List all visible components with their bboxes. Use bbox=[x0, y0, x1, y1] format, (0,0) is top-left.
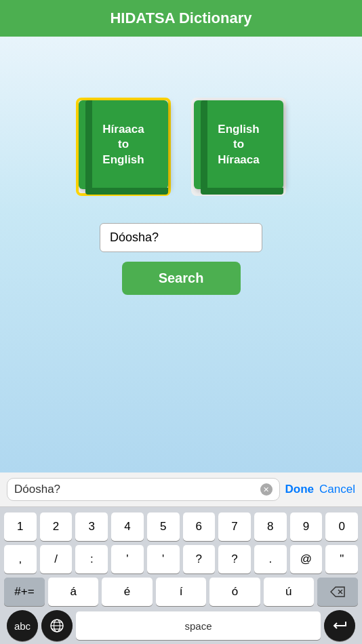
key-3[interactable]: 3 bbox=[75, 512, 108, 541]
search-input[interactable] bbox=[100, 223, 262, 252]
key-6[interactable]: 6 bbox=[183, 512, 216, 541]
search-area: Search bbox=[14, 223, 348, 295]
key-u-accent[interactable]: ú bbox=[264, 578, 314, 606]
key-8[interactable]: 8 bbox=[254, 512, 287, 541]
app-header: HIDATSA Dictionary bbox=[0, 0, 362, 37]
keyboard-row-numbers: 1 2 3 4 5 6 7 8 9 0 bbox=[3, 512, 359, 541]
key-question2[interactable]: ? bbox=[218, 545, 251, 573]
keyboard-row-accents: #+= á é í ó ú bbox=[3, 578, 359, 606]
book-label-2: EnglishtoHíraaca bbox=[212, 122, 264, 167]
key-colon[interactable]: : bbox=[75, 545, 108, 573]
english-to-hiraaca-button[interactable]: EnglishtoHíraaca bbox=[191, 98, 286, 196]
key-abc[interactable]: abc bbox=[7, 610, 38, 641]
key-2[interactable]: 2 bbox=[40, 512, 73, 541]
key-e-accent[interactable]: é bbox=[102, 578, 152, 606]
keyboard-row-bottom: abc space bbox=[3, 610, 359, 641]
key-comma[interactable]: , bbox=[4, 545, 37, 573]
keyboard: 1 2 3 4 5 6 7 8 9 0 , / : ' ' ? ? . @ " … bbox=[0, 507, 362, 644]
cancel-button[interactable]: Cancel bbox=[319, 483, 355, 496]
key-1[interactable]: 1 bbox=[4, 512, 37, 541]
key-special[interactable]: #+= bbox=[4, 578, 45, 606]
search-button[interactable]: Search bbox=[122, 262, 241, 295]
hiraaca-to-english-button[interactable]: HíraacatoEnglish bbox=[76, 98, 171, 196]
key-i-accent[interactable]: í bbox=[156, 578, 206, 606]
key-question1[interactable]: ? bbox=[183, 545, 216, 573]
key-quote[interactable]: " bbox=[325, 545, 358, 573]
return-icon[interactable] bbox=[324, 610, 355, 641]
key-apos1[interactable]: ' bbox=[111, 545, 144, 573]
clear-input-icon[interactable]: ✕ bbox=[260, 483, 273, 496]
book-label-1: HíraacatoEnglish bbox=[97, 122, 149, 167]
main-content: HíraacatoEnglish EnglishtoHíraaca Search bbox=[0, 37, 362, 472]
key-slash[interactable]: / bbox=[40, 545, 73, 573]
book-cover-1: HíraacatoEnglish bbox=[79, 100, 168, 189]
key-o-accent[interactable]: ó bbox=[209, 578, 260, 606]
keyboard-input-text: Dóosha? bbox=[14, 483, 260, 496]
key-4[interactable]: 4 bbox=[111, 512, 144, 541]
globe-icon[interactable] bbox=[41, 610, 73, 641]
app-title: HIDATSA Dictionary bbox=[11, 9, 351, 27]
key-0[interactable]: 0 bbox=[325, 512, 358, 541]
book-cover-2: EnglishtoHíraaca bbox=[194, 100, 283, 189]
books-row: HíraacatoEnglish EnglishtoHíraaca bbox=[76, 98, 286, 196]
keyboard-input-wrapper: Dóosha? ✕ bbox=[7, 478, 280, 501]
keyboard-row-symbols: , / : ' ' ? ? . @ " bbox=[3, 545, 359, 573]
key-5[interactable]: 5 bbox=[147, 512, 180, 541]
key-at[interactable]: @ bbox=[290, 545, 323, 573]
key-space[interactable]: space bbox=[76, 611, 321, 640]
keyboard-search-bar: Dóosha? ✕ Done Cancel bbox=[0, 472, 362, 507]
key-period[interactable]: . bbox=[254, 545, 287, 573]
key-9[interactable]: 9 bbox=[290, 512, 323, 541]
backspace-icon[interactable] bbox=[317, 578, 358, 606]
key-apos2[interactable]: ' bbox=[147, 545, 180, 573]
done-button[interactable]: Done bbox=[285, 483, 315, 496]
key-7[interactable]: 7 bbox=[218, 512, 251, 541]
key-a-accent[interactable]: á bbox=[48, 578, 98, 606]
